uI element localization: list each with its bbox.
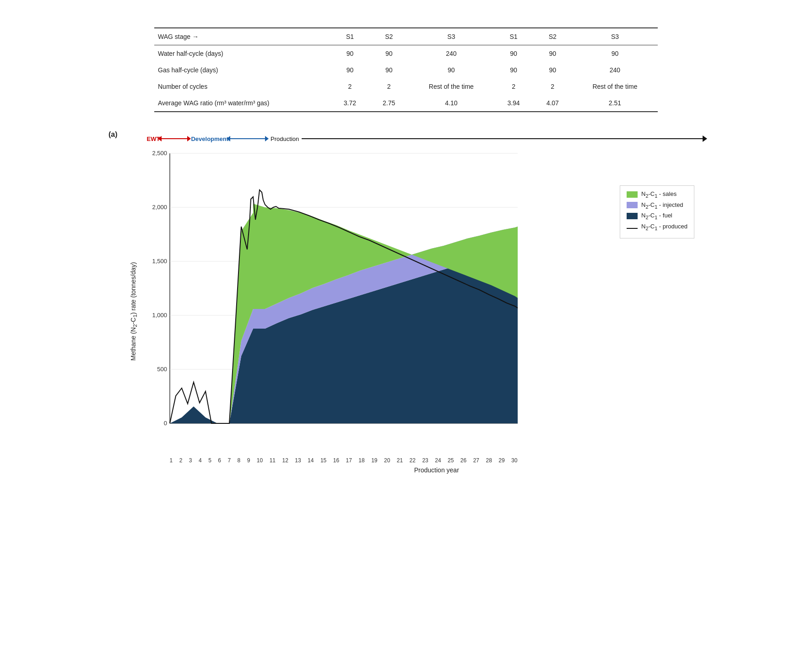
- row3-v5: 2: [533, 78, 572, 95]
- row4-v1: 3.72: [330, 95, 369, 112]
- prod-arrow: Production: [271, 135, 704, 142]
- svg-text:2,000: 2,000: [152, 204, 167, 211]
- x-tick-20: 20: [384, 457, 390, 464]
- legend-swatch-fuel: [627, 213, 638, 219]
- row4-v2: 2.75: [369, 95, 408, 112]
- x-tick-10: 10: [257, 457, 263, 464]
- col-s2-a: S2: [369, 28, 408, 45]
- wag-table: WAG stage → S1 S2 S3 S1 S2 S3 Water half…: [154, 27, 658, 112]
- col-s3-b: S3: [572, 28, 658, 45]
- legend-label-fuel: N2-C1 - fuel: [641, 212, 672, 220]
- row3-v6: Rest of the time: [572, 78, 658, 95]
- x-tick-8: 8: [238, 457, 241, 464]
- x-tick-11: 11: [270, 457, 276, 464]
- x-tick-15: 15: [320, 457, 326, 464]
- col-s1-a: S1: [330, 28, 369, 45]
- phase-arrows: EWT Development Production: [122, 130, 704, 147]
- row3-v3: Rest of the time: [408, 78, 494, 95]
- row2-v5: 90: [533, 62, 572, 78]
- row2-v6: 240: [572, 62, 658, 78]
- x-tick-27: 27: [473, 457, 479, 464]
- x-tick-30: 30: [511, 457, 517, 464]
- x-tick-18: 18: [358, 457, 364, 464]
- row1-v6: 90: [572, 45, 658, 62]
- x-tick-4: 4: [199, 457, 202, 464]
- legend-label-injected: N2-C1 - injected: [641, 201, 683, 210]
- col-s2-b: S2: [533, 28, 572, 45]
- x-tick-5: 5: [208, 457, 211, 464]
- y-axis-text: Methane (N2-C1) rate (tonnes/day): [129, 262, 138, 360]
- ewt-arrow: EWT: [147, 135, 189, 142]
- main-chart: 0 500 1,000 1,500 2,000 2,500: [145, 149, 626, 460]
- x-tick-28: 28: [486, 457, 492, 464]
- x-tick-2: 2: [179, 457, 183, 464]
- dev-arrow: Development: [191, 135, 267, 142]
- row4-v6: 2.51: [572, 95, 658, 112]
- ewt-arrow-line: [161, 138, 188, 139]
- y-axis-label: Methane (N2-C1) rate (tonnes/day): [122, 149, 145, 474]
- x-tick-17: 17: [346, 457, 352, 464]
- legend-label-produced: N2-C1 - produced: [641, 223, 687, 231]
- x-axis-label: Production year: [145, 466, 704, 474]
- table-row: Gas half-cycle (days) 90 90 90 90 90 240: [154, 62, 658, 78]
- legend-swatch-sales: [627, 191, 638, 198]
- legend-item-injected: N2-C1 - injected: [627, 201, 687, 210]
- table-row: Number of cycles 2 2 Rest of the time 2 …: [154, 78, 658, 95]
- row1-v4: 90: [494, 45, 533, 62]
- x-tick-12: 12: [282, 457, 288, 464]
- x-tick-23: 23: [422, 457, 428, 464]
- row2-v4: 90: [494, 62, 533, 78]
- row1-v5: 90: [533, 45, 572, 62]
- row2-v2: 90: [369, 62, 408, 78]
- svg-text:1,000: 1,000: [152, 312, 167, 319]
- chart-section: (a) EWT Development Production: [108, 130, 704, 474]
- x-tick-22: 22: [410, 457, 416, 464]
- x-tick-13: 13: [295, 457, 301, 464]
- row3-v1: 2: [330, 78, 369, 95]
- svg-text:500: 500: [157, 366, 167, 373]
- x-tick-1: 1: [170, 457, 173, 464]
- row1-label: Water half-cycle (days): [154, 45, 330, 62]
- col-wag-stage: WAG stage →: [154, 28, 330, 45]
- x-tick-21: 21: [397, 457, 403, 464]
- x-tick-6: 6: [218, 457, 221, 464]
- row1-v1: 90: [330, 45, 369, 62]
- x-tick-25: 25: [448, 457, 454, 464]
- x-tick-9: 9: [247, 457, 250, 464]
- x-tick-3: 3: [189, 457, 192, 464]
- x-tick-19: 19: [371, 457, 377, 464]
- dev-label: Development: [191, 135, 228, 142]
- legend-item-produced: N2-C1 - produced: [627, 223, 687, 231]
- row4-v5: 4.07: [533, 95, 572, 112]
- row1-v3: 240: [408, 45, 494, 62]
- row2-v1: 90: [330, 62, 369, 78]
- prod-arrow-line: [302, 138, 704, 139]
- table-row: Average WAG ratio (rm³ water/rm³ gas) 3.…: [154, 95, 658, 112]
- x-tick-29: 29: [498, 457, 504, 464]
- x-tick-26: 26: [460, 457, 466, 464]
- x-tick-16: 16: [333, 457, 339, 464]
- row2-v3: 90: [408, 62, 494, 78]
- row4-v3: 4.10: [408, 95, 494, 112]
- x-axis-text: Production year: [414, 466, 459, 474]
- panel-label: (a): [108, 130, 118, 139]
- table-row: Water half-cycle (days) 90 90 240 90 90 …: [154, 45, 658, 62]
- row3-v2: 2: [369, 78, 408, 95]
- svg-text:2,500: 2,500: [152, 150, 167, 157]
- x-tick-14: 14: [308, 457, 314, 464]
- row2-label: Gas half-cycle (days): [154, 62, 330, 78]
- row3-v4: 2: [494, 78, 533, 95]
- table-header-row: WAG stage → S1 S2 S3 S1 S2 S3: [154, 28, 658, 45]
- legend-swatch-injected: [627, 202, 638, 208]
- legend-swatch-produced: [627, 228, 638, 229]
- legend-item-fuel: N2-C1 - fuel: [627, 212, 687, 220]
- row4-v4: 3.94: [494, 95, 533, 112]
- svg-text:0: 0: [163, 420, 167, 427]
- row1-v2: 90: [369, 45, 408, 62]
- prod-label: Production: [271, 135, 299, 142]
- col-s3-a: S3: [408, 28, 494, 45]
- wag-table-section: WAG stage → S1 S2 S3 S1 S2 S3 Water half…: [154, 27, 658, 112]
- legend-item-sales: N2-C1 - sales: [627, 190, 687, 199]
- svg-text:1,500: 1,500: [152, 258, 167, 265]
- x-tick-7: 7: [227, 457, 231, 464]
